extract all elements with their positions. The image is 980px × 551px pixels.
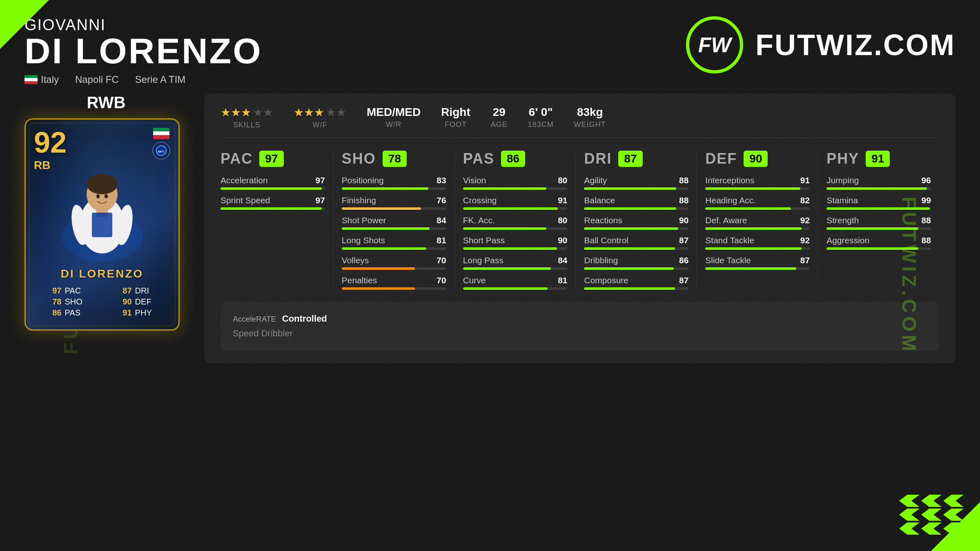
futwiz-domain: FUTWIZ.COM bbox=[755, 28, 956, 62]
stat-name: Heading Acc. bbox=[705, 196, 756, 205]
stat-bar bbox=[584, 187, 688, 190]
stat-bar-fill bbox=[584, 247, 675, 250]
bottom-section: AcceleRATE Controlled Speed Dribbler bbox=[220, 302, 939, 351]
stat-item: Stand Tackle92 bbox=[705, 236, 810, 250]
stat-value: 97 bbox=[315, 176, 325, 185]
stat-name: Crossing bbox=[463, 196, 497, 205]
stat-value: 90 bbox=[679, 216, 688, 225]
category-header-def: DEF90 bbox=[705, 150, 810, 167]
stat-item: Interceptions91 bbox=[705, 176, 810, 190]
stat-row: Acceleration97 bbox=[220, 176, 325, 185]
stat-value: 83 bbox=[437, 176, 446, 185]
card-top-right: NFC bbox=[152, 128, 170, 172]
category-header-pac: PAC97 bbox=[220, 150, 325, 167]
stat-bar bbox=[584, 247, 688, 250]
stat-value: 84 bbox=[558, 256, 567, 265]
stat-list-pas: Vision80Crossing91FK. Acc.80Short Pass90… bbox=[463, 176, 568, 290]
stat-name: Acceleration bbox=[220, 176, 268, 185]
stat-value: 88 bbox=[679, 196, 688, 205]
stat-bar bbox=[342, 207, 446, 210]
stat-value: 86 bbox=[679, 256, 688, 265]
stat-bar-fill bbox=[220, 207, 322, 210]
player-meta: Italy Napoli FC Serie A TIM bbox=[24, 74, 263, 85]
stat-value: 80 bbox=[558, 176, 567, 185]
stat-name: Stamina bbox=[826, 196, 858, 205]
stat-bar bbox=[463, 287, 568, 290]
main-content: RWB 92 RB bbox=[24, 93, 956, 363]
stat-name: Vision bbox=[463, 176, 486, 185]
card-stat-pac: 97 PAC bbox=[52, 286, 82, 295]
stat-bar bbox=[463, 187, 568, 190]
stat-category-sho: SHO78Positioning83Finishing76Shot Power8… bbox=[334, 150, 455, 290]
stat-bar-fill bbox=[342, 187, 428, 190]
stat-bar-fill bbox=[463, 207, 558, 210]
stat-row: Reactions90 bbox=[584, 216, 688, 225]
stat-bar bbox=[584, 287, 688, 290]
category-score-def: 90 bbox=[744, 151, 768, 167]
stat-name: Stand Tackle bbox=[705, 236, 754, 245]
stat-bar bbox=[826, 187, 931, 190]
stat-item: Agility88 bbox=[584, 176, 688, 190]
stat-name: Jumping bbox=[826, 176, 859, 185]
svg-text:NFC: NFC bbox=[158, 150, 165, 153]
stat-name: Ball Control bbox=[584, 236, 628, 245]
stat-row: Penalties70 bbox=[342, 276, 446, 285]
card-section: RWB 92 RB bbox=[24, 93, 188, 363]
stat-row: Dribbling86 bbox=[584, 256, 688, 265]
height-label: 183CM bbox=[528, 120, 554, 129]
svg-point-11 bbox=[105, 194, 108, 198]
category-abbr-pas: PAS bbox=[463, 150, 494, 167]
stat-row: FK. Acc.80 bbox=[463, 216, 568, 225]
card-stat-col-left: 97 PAC 78 SHO 86 PAS bbox=[52, 286, 82, 318]
stat-bar bbox=[826, 227, 931, 230]
player-nationality: Italy bbox=[24, 74, 59, 85]
stat-item: Crossing91 bbox=[463, 196, 568, 210]
stat-bar-fill bbox=[705, 207, 791, 210]
category-header-phy: PHY91 bbox=[826, 150, 931, 167]
category-abbr-sho: SHO bbox=[342, 150, 376, 167]
stat-row: Volleys70 bbox=[342, 256, 446, 265]
page-container: GIOVANNI DI LORENZO Italy Napoli FC Seri… bbox=[0, 0, 980, 551]
stat-item: Ball Control87 bbox=[584, 236, 688, 250]
stat-name: Finishing bbox=[342, 196, 376, 205]
stat-value: 84 bbox=[437, 216, 446, 225]
stat-row: Aggression88 bbox=[826, 236, 931, 245]
stat-item: Def. Aware92 bbox=[705, 216, 810, 230]
info-age: 29 AGE bbox=[491, 106, 508, 129]
stat-name: Shot Power bbox=[342, 216, 386, 225]
stat-item: Volleys70 bbox=[342, 256, 446, 270]
stat-bar-fill bbox=[705, 247, 801, 250]
stat-bar bbox=[826, 247, 931, 250]
accelrate-value: Controlled bbox=[282, 313, 327, 324]
stat-bar bbox=[342, 187, 446, 190]
stat-bar-fill bbox=[463, 247, 557, 250]
futwiz-logo-fw: FW bbox=[698, 33, 731, 57]
age-label: AGE bbox=[491, 120, 508, 129]
stat-bar-fill bbox=[463, 227, 547, 230]
stat-item: Balance88 bbox=[584, 196, 688, 210]
stat-row: Interceptions91 bbox=[705, 176, 810, 185]
skills-label: SKILLS bbox=[233, 121, 261, 129]
stat-bar bbox=[584, 267, 688, 270]
stat-value: 70 bbox=[437, 256, 446, 265]
stat-bar-fill bbox=[584, 207, 676, 210]
card-player-name: DI LORENZO bbox=[26, 265, 178, 283]
skills-stars: ★★★★★ bbox=[220, 106, 273, 119]
category-abbr-def: DEF bbox=[705, 150, 737, 167]
stat-row: Short Pass90 bbox=[463, 236, 568, 245]
stat-name: Agility bbox=[584, 176, 607, 185]
stat-bar bbox=[463, 207, 568, 210]
stat-name: Dribbling bbox=[584, 256, 618, 265]
card-player-image bbox=[37, 168, 167, 262]
stat-row: Composure87 bbox=[584, 276, 688, 285]
accelrate-section: AcceleRATE Controlled bbox=[233, 313, 927, 324]
foot-value: Right bbox=[441, 106, 470, 119]
stat-row: Heading Acc.82 bbox=[705, 196, 810, 205]
stat-bar bbox=[342, 227, 446, 230]
stat-bar bbox=[584, 207, 688, 210]
card-stat-phy: 91 PHY bbox=[122, 308, 151, 318]
stat-row: Finishing76 bbox=[342, 196, 446, 205]
stat-bar bbox=[584, 227, 688, 230]
info-height: 6' 0" 183CM bbox=[528, 106, 554, 129]
stat-item: FK. Acc.80 bbox=[463, 216, 568, 230]
